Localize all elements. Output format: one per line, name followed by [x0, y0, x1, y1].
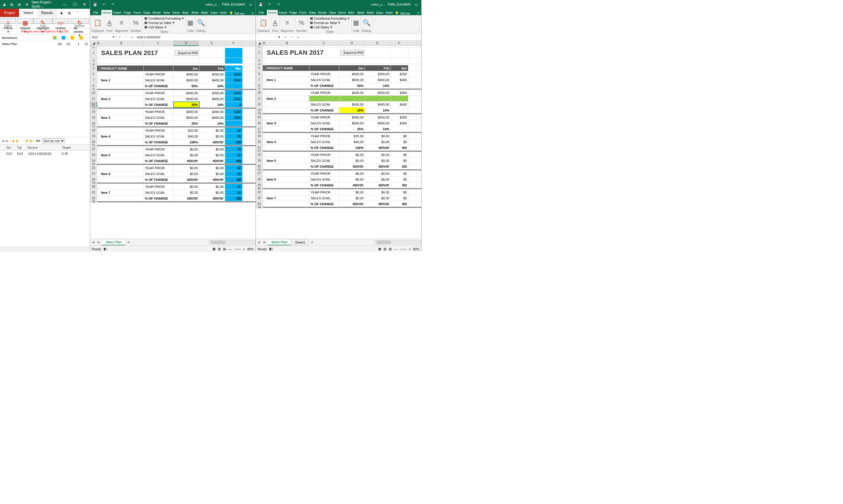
tab-file[interactable]: File [90, 10, 101, 15]
sheet-tab-salesplan[interactable]: Sales Plan [268, 239, 291, 245]
sheet-nav-next-icon[interactable]: ▶ [96, 240, 102, 244]
worksheet-row[interactable]: Sales Plan 1|0 1|1 1 11 [0, 41, 90, 47]
ribbon-options-icon[interactable]: ▭ [247, 3, 254, 6]
zoom-out-icon[interactable]: — [228, 247, 232, 251]
expand-fbar-icon[interactable]: ˅ [249, 35, 255, 39]
minimize-button[interactable]: — [60, 2, 69, 7]
nav-icon[interactable]: ←▮ [23, 139, 28, 143]
tab-ablebits2[interactable]: Ablel [200, 10, 209, 15]
column-headers[interactable]: ◢A B C D E F [256, 41, 421, 46]
redo-icon[interactable]: ↷ [109, 3, 116, 6]
group-editing[interactable]: 🔍Editing [195, 15, 207, 33]
undo-icon[interactable]: ↶ [101, 3, 107, 6]
tab-addins[interactable]: Add- [181, 10, 190, 15]
share-icon[interactable]: ↗ [415, 12, 421, 15]
format-as-table-button[interactable]: ▦Format as Table▾ [144, 21, 184, 24]
group-font[interactable]: AFont [105, 15, 114, 33]
tell-me[interactable]: 💡Tell me [229, 12, 245, 15]
sheet-nav-prev-icon[interactable]: ◀ [90, 240, 96, 244]
redo-icon[interactable]: ↷ [275, 3, 282, 6]
resize-grip-icon[interactable]: ⋰ [86, 248, 89, 251]
outline-button[interactable]: ▭Outline▾ [52, 18, 69, 24]
view-normal-icon[interactable]: ▦ [213, 247, 215, 251]
filters-button[interactable]: ▿Filters▾ [1, 18, 16, 24]
maximize-button[interactable]: ☐ [71, 2, 79, 7]
group-clipboard[interactable]: 📋Clipboard [90, 15, 105, 33]
grid[interactable]: ◢A B C D E F 12SALES PLAN 2017Export to … [256, 41, 421, 238]
collapse-ribbon-icon[interactable]: ˄ [253, 29, 254, 33]
tell-me[interactable]: 💡Tell me [395, 12, 410, 15]
tab-developer[interactable]: Deve [171, 10, 181, 15]
sheet-tab-sheet1[interactable]: Sheet1 [291, 239, 309, 245]
macro-icon[interactable]: ▮▯ [104, 247, 107, 251]
tab-home[interactable]: Home [267, 10, 278, 15]
zoom-level[interactable]: 80% [247, 247, 254, 251]
conditional-formatting-button[interactable]: ▦Conditional Formatting▾ [144, 16, 184, 20]
cell-styles-button[interactable]: ▦Cell Styles▾ [144, 25, 184, 29]
macro-icon[interactable]: ▮▯ [269, 247, 273, 251]
close-button[interactable]: ✕ [80, 2, 89, 7]
add-sheet-icon[interactable]: ⊕ [126, 240, 132, 244]
gear-icon[interactable]: ⚙▾ [36, 139, 40, 143]
columns-icon[interactable]: ▥ [65, 9, 73, 17]
prev-icon[interactable]: ◀ [2, 139, 4, 143]
title-bar[interactable]: ◪ ▥ ▤ 🗎 New Project - Synkr… — ☐ ✕ [0, 0, 90, 9]
next-icon[interactable]: ▶ [6, 139, 8, 143]
hscrollbar[interactable] [374, 240, 421, 245]
nav-icon[interactable]: ▮⇥ [30, 139, 34, 143]
layout-icon-2[interactable]: ▤ [16, 1, 22, 7]
formula-input[interactable] [301, 35, 415, 39]
group-alignment[interactable]: ≡Alignment [114, 15, 129, 33]
hscrollbar[interactable] [209, 240, 255, 245]
diff-row[interactable]: D12D13≈(D11-D10)/D100.25 [0, 151, 90, 157]
share-icon[interactable]: ↗ [249, 12, 255, 15]
tab-file[interactable]: File [256, 10, 267, 15]
collapse-ribbon-icon[interactable]: ˄ [418, 29, 420, 33]
tab-inquire[interactable]: Inqui [209, 10, 219, 15]
titlebar[interactable]: 💾 ↶ ↷ sales_p… Felix Zumstein ▭ [256, 0, 421, 9]
report-button[interactable]: ▦Report▾ [17, 18, 33, 24]
save-icon[interactable]: 💾 [92, 3, 98, 6]
tab-view[interactable]: View [162, 10, 171, 15]
undo-icon[interactable]: ↶ [266, 3, 273, 6]
enter-icon[interactable]: ✓ [289, 35, 295, 39]
grid[interactable]: ◢A B C D E F 12SALES PLAN 2017Export to … [90, 41, 255, 238]
nav-icon[interactable]: ⇤▮ [10, 139, 14, 143]
highlight-button[interactable]: ✎Highlight▾ [33, 18, 52, 24]
tab-data[interactable]: Data [142, 10, 151, 15]
save-icon[interactable]: 💾 [257, 3, 264, 6]
titlebar[interactable]: 💾 ↶ ↷ sales_p… Felix Zumstein ▭ [90, 0, 255, 9]
tab-select[interactable]: Select [19, 9, 37, 17]
fx-icon[interactable]: fx [295, 35, 301, 39]
add-sheet-icon[interactable]: ⊕ [309, 240, 315, 244]
tab-review[interactable]: Revie [151, 10, 162, 15]
nav-icon[interactable]: ▮→ [16, 139, 21, 143]
tab-results[interactable]: Results [37, 9, 57, 17]
tab-formulas[interactable]: Form [132, 10, 142, 15]
refresh-button[interactable]: ↻All sheets▾ [71, 18, 89, 24]
layout-icon[interactable]: ▥ [9, 1, 15, 7]
view-page-icon[interactable]: ▥ [218, 247, 221, 251]
tab-xlwings[interactable]: xlwin [219, 10, 228, 15]
cancel-icon[interactable]: ✕ [116, 35, 123, 39]
group-cells[interactable]: ▦Cells [186, 15, 195, 33]
ribbon-options-icon[interactable]: ▭ [413, 3, 419, 6]
fx-icon[interactable]: fx [129, 35, 136, 39]
tab-project[interactable]: Project [0, 9, 19, 17]
group-number[interactable]: %Number [129, 15, 143, 33]
name-box[interactable]: ▾ [256, 34, 282, 40]
cancel-icon[interactable]: ✕ [282, 35, 289, 39]
name-box[interactable]: ▾ [90, 34, 116, 40]
view-break-icon[interactable]: ▤ [223, 247, 226, 251]
chevron-up-icon[interactable]: ˄ [73, 9, 82, 17]
sort-dropdown[interactable]: Sort by row [42, 139, 65, 143]
tab-ablebits[interactable]: Ablel [190, 10, 200, 15]
zoom-in-icon[interactable]: + [243, 247, 245, 251]
column-headers[interactable]: ◢A B C D E F [90, 41, 255, 46]
tab-insert[interactable]: Insert [112, 10, 123, 15]
tab-home[interactable]: Home [101, 10, 112, 15]
formula-input[interactable] [136, 35, 249, 39]
help-icon[interactable]: ◑ [57, 9, 65, 17]
tab-page[interactable]: Page [123, 10, 132, 15]
sheet-tab-salesplan[interactable]: Sales Plan [102, 239, 126, 245]
